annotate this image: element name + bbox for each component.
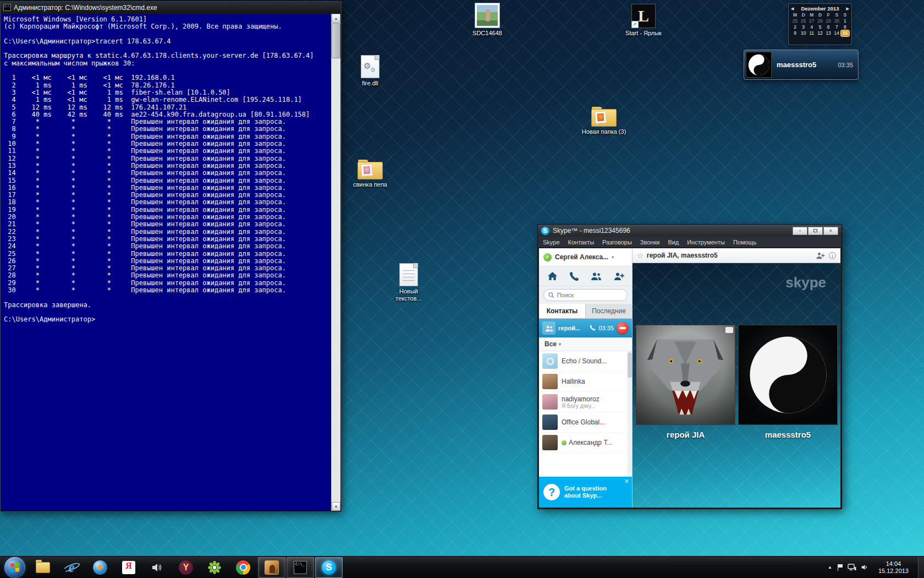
contacts-icon[interactable] bbox=[591, 271, 602, 281]
contact-row[interactable]: nadiyamoroz Я Богу дяку... bbox=[539, 392, 632, 412]
console-line: Microsoft Windows [Version 6.1.7601] bbox=[4, 16, 331, 23]
skype-title-bar[interactable]: Skype™ - messi12345696 − × bbox=[538, 225, 842, 237]
add-contact-icon[interactable] bbox=[613, 271, 624, 281]
video-call-canvas: skype bbox=[632, 263, 840, 508]
banner-close-icon[interactable]: ✕ bbox=[624, 478, 629, 485]
calendar-day: 4 bbox=[807, 24, 816, 30]
cmd-scrollbar[interactable]: ▲ ▼ bbox=[331, 14, 340, 511]
speaker-icon bbox=[151, 562, 163, 573]
active-call-strip[interactable]: герой... 03:35 bbox=[539, 319, 632, 337]
taskbar-explorer[interactable] bbox=[29, 557, 57, 578]
calendar-day: 28 bbox=[816, 18, 824, 24]
search-input[interactable] bbox=[557, 292, 623, 298]
calendar-next-icon[interactable]: ▶ bbox=[846, 7, 849, 11]
add-people-icon[interactable] bbox=[816, 252, 826, 259]
menu-item[interactable]: Контакты bbox=[568, 239, 595, 246]
expand-video-icon[interactable] bbox=[725, 327, 733, 333]
action-center-icon[interactable] bbox=[838, 564, 843, 571]
contacts-scrollbar[interactable] bbox=[628, 351, 632, 477]
menu-item[interactable]: Звонки bbox=[640, 239, 660, 246]
skype-menu-bar: SkypeКонтактыРазговорыЗвонкиВидИнструмен… bbox=[538, 237, 842, 248]
taskbar-chrome[interactable] bbox=[229, 557, 257, 578]
console-line: 27 * * * Превышен интервал ожидания для … bbox=[4, 265, 331, 272]
desktop-icon-svinka-pepa[interactable]: свинка пепа bbox=[347, 160, 393, 188]
start-button[interactable] bbox=[4, 557, 25, 578]
menu-item[interactable]: Инструменты bbox=[687, 239, 725, 246]
console-line: 2 1 ms 1 ms <1 мс 78.26.176.1 bbox=[4, 82, 331, 89]
taskbar-media-player[interactable] bbox=[86, 557, 114, 578]
icon-label: Новый текстов... bbox=[386, 288, 432, 302]
console-line: 22 * * * Превышен интервал ожидания для … bbox=[4, 228, 331, 236]
hang-up-button[interactable] bbox=[617, 322, 629, 334]
desktop-icon-new-folder-3[interactable]: Новая папка (3) bbox=[581, 107, 627, 135]
taskbar-volume-app[interactable] bbox=[144, 557, 171, 578]
video-tile-wolf[interactable] bbox=[636, 325, 735, 425]
shortcut-arrow-icon bbox=[631, 21, 639, 28]
tab-contacts[interactable]: Контакты bbox=[539, 304, 586, 318]
show-desktop-button[interactable] bbox=[918, 557, 924, 578]
desktop: SDC14648 Start - Ярлык ⚙⚙ fire.dll Новая… bbox=[0, 0, 924, 556]
calendar-prev-icon[interactable]: ◀ bbox=[791, 7, 794, 11]
desktop-icon-start-shortcut[interactable]: Start - Ярлык bbox=[620, 4, 667, 37]
scroll-up-icon[interactable]: ▲ bbox=[332, 14, 340, 23]
phone-icon[interactable] bbox=[569, 271, 579, 281]
taskbar-icq[interactable] bbox=[201, 557, 228, 578]
taskbar-cmd[interactable] bbox=[287, 557, 314, 578]
menu-item[interactable]: Разговоры bbox=[602, 239, 632, 246]
taskbar-clock[interactable]: 14:04 15.12.2013 bbox=[873, 560, 914, 575]
taskbar-skype[interactable] bbox=[315, 557, 343, 578]
calendar-day: 3 bbox=[799, 24, 807, 30]
calendar-day-header: F bbox=[824, 12, 833, 18]
desktop-icon-sdc14648[interactable]: SDC14648 bbox=[464, 3, 510, 37]
taskbar-game[interactable] bbox=[258, 557, 285, 578]
scroll-thumb[interactable] bbox=[332, 23, 340, 58]
menu-item[interactable]: Skype bbox=[543, 239, 560, 246]
self-profile[interactable]: ✓ Сергей Алекса... ▾ bbox=[539, 248, 632, 266]
console-line: с максимальным числом прыжков 30: bbox=[4, 60, 331, 67]
help-banner[interactable]: Got a question about Skyp... ✕ bbox=[539, 477, 632, 508]
console-line: 23 * * * Превышен интервал ожидания для … bbox=[4, 236, 331, 243]
desktop-icon-fire-dll[interactable]: ⚙⚙ fire.dll bbox=[347, 55, 393, 87]
calendar-day: 27 bbox=[807, 18, 816, 24]
volume-icon[interactable] bbox=[861, 564, 869, 571]
taskbar-internet-explorer[interactable]: e bbox=[58, 557, 85, 578]
y-app-icon bbox=[179, 560, 193, 575]
calendar-day-header: D bbox=[816, 12, 824, 18]
desktop-icon-new-text-doc[interactable]: Новый текстов... bbox=[386, 263, 432, 302]
notification-time: 03:35 bbox=[838, 62, 858, 68]
chevron-down-icon: ▾ bbox=[612, 255, 614, 260]
tab-recent[interactable]: Последние bbox=[586, 304, 632, 318]
menu-item[interactable]: Помощь bbox=[733, 239, 757, 246]
network-icon[interactable] bbox=[848, 564, 856, 571]
maximize-button[interactable] bbox=[808, 227, 823, 235]
calendar-day: 26 bbox=[799, 18, 807, 24]
contacts-filter[interactable]: Все ▾ bbox=[539, 337, 632, 351]
home-icon[interactable] bbox=[547, 271, 558, 281]
calendar-day-header: D bbox=[799, 12, 807, 18]
cmd-console[interactable]: Microsoft Windows [Version 6.1.7601](c) … bbox=[1, 14, 331, 511]
favorite-star-icon[interactable]: ☆ bbox=[637, 252, 644, 260]
scroll-thumb[interactable] bbox=[628, 352, 632, 378]
menu-item[interactable]: Вид bbox=[668, 239, 679, 246]
contact-row[interactable]: Echo / Sound... bbox=[539, 351, 632, 372]
cmd-system-icon[interactable] bbox=[3, 4, 11, 11]
close-button[interactable]: × bbox=[823, 227, 838, 235]
console-line: 18 * * * Превышен интервал ожидания для … bbox=[4, 199, 331, 206]
scroll-down-icon[interactable]: ▼ bbox=[332, 502, 340, 511]
console-line: 3 <1 мс <1 мс 1 ms fiber-sh.elan [10.1.0… bbox=[4, 89, 331, 96]
calendar-gadget[interactable]: ◀ Dezember 2013 ▶ MDMDFSS 25262728293012… bbox=[788, 3, 852, 45]
search-box[interactable] bbox=[543, 289, 628, 301]
contact-avatar bbox=[542, 353, 558, 369]
hidden-icons-button[interactable]: ▲ bbox=[827, 565, 833, 570]
contact-row[interactable]: Александр Т... bbox=[539, 433, 632, 453]
skype-notification[interactable]: maessstro5 03:35 bbox=[744, 50, 859, 80]
contact-row[interactable]: Hallinka bbox=[539, 372, 632, 392]
console-line: 9 * * * Превышен интервал ожидания для з… bbox=[4, 133, 331, 140]
minimize-button[interactable]: − bbox=[793, 227, 807, 235]
taskbar-yandex[interactable] bbox=[115, 557, 142, 578]
video-tile-yinyang[interactable] bbox=[738, 325, 838, 425]
contact-row[interactable]: Office Global... bbox=[539, 412, 632, 433]
cmd-title-bar[interactable]: Администратор: C:\Windows\system32\cmd.e… bbox=[1, 2, 341, 13]
info-icon[interactable]: i bbox=[829, 252, 836, 259]
taskbar-y-app[interactable] bbox=[172, 557, 200, 578]
